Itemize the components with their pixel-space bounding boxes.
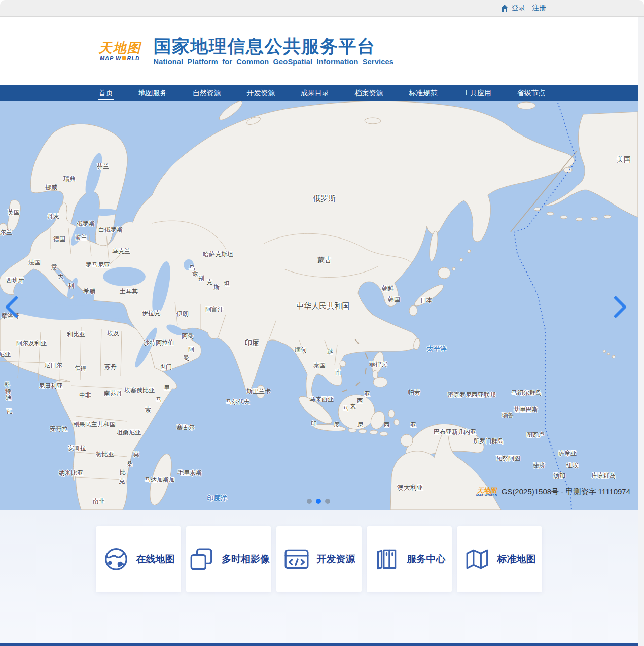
nav-item-0[interactable]: 首页 [98,87,114,100]
site-header: 天地图 MAP WRLD 国家地理信息公共服务平台 National Platf… [0,17,644,85]
carousel-next-button[interactable] [612,296,629,318]
feature-cards-section: 在线地图 多时相影像 开发资源 [0,510,638,646]
nav-item-3[interactable]: 开发资源 [245,87,276,100]
scrollbar-track[interactable] [638,17,644,646]
card-service-center[interactable]: 服务中心 [367,526,452,592]
card-label: 开发资源 [317,553,355,566]
page-title: 国家地理信息公共服务平台 [154,36,394,56]
footer-strip [0,643,644,646]
card-multi-temporal-imagery[interactable]: 多时相影像 [186,526,271,592]
nav-item-8[interactable]: 省级节点 [516,87,547,100]
carousel-dot-0[interactable] [307,499,312,504]
attribution-logo: 天地图 MAP WORLD [476,487,497,497]
nav-item-4[interactable]: 成果目录 [300,87,330,100]
carousel-prev-button[interactable] [3,296,20,318]
nav-item-5[interactable]: 档案资源 [354,87,384,100]
divider [529,5,529,12]
world-map[interactable] [0,101,638,510]
card-dev-resources[interactable]: 开发资源 [276,526,362,592]
nav-item-2[interactable]: 自然资源 [192,87,222,100]
nav-item-7[interactable]: 工具应用 [462,87,492,100]
top-utility-bar: 登录 注册 [0,0,644,17]
home-icon[interactable] [500,4,509,12]
main-nav: 首页地图服务自然资源开发资源成果目录档案资源标准规范工具应用省级节点 [0,85,644,101]
card-online-map[interactable]: 在线地图 [96,526,181,592]
register-link[interactable]: 注册 [532,4,547,13]
logo-cn-text: 天地图 [98,41,142,55]
card-label: 服务中心 [407,553,446,566]
carousel-dot-2[interactable] [325,499,330,504]
map-attribution: 天地图 MAP WORLD GS(2025)1508号 - 甲测资字 11110… [476,487,630,497]
library-icon [373,546,401,573]
carousel-dot-1[interactable] [316,499,321,504]
code-window-icon [283,546,310,573]
nav-item-1[interactable]: 地图服务 [137,87,168,100]
map-world-logo[interactable]: 天地图 MAP WRLD [98,41,142,61]
nav-item-6[interactable]: 标准规范 [408,87,438,100]
card-label: 标准地图 [497,553,536,566]
map-carousel: 芬兰瑞典挪威英国尔兰丹麦俄罗斯白俄罗斯德国波兰乌克兰法国罗马尼亚意大利西班牙希腊… [0,101,638,510]
license-text: GS(2025)1508号 - 甲测资字 11110974 [502,487,630,497]
login-link[interactable]: 登录 [512,4,526,13]
layers-icon [188,546,215,573]
globe-dot-icon [122,56,126,60]
logo-en-text: MAP WRLD [98,55,142,61]
page-subtitle: National Platform for Common GeoSpatial … [154,58,394,66]
card-label: 在线地图 [136,553,175,566]
card-standard-maps[interactable]: 标准地图 [457,526,542,592]
globe-icon [102,546,130,573]
folded-map-icon [463,546,491,573]
card-label: 多时相影像 [222,553,270,566]
carousel-dots [307,499,330,504]
